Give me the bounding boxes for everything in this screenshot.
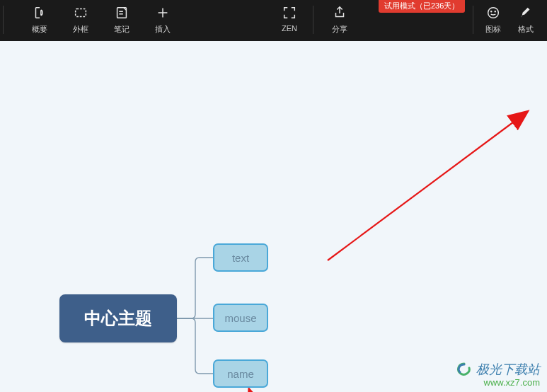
share-button[interactable]: 分享 (316, 4, 363, 35)
subtopic-node[interactable]: mouse (213, 304, 268, 332)
format-button[interactable]: 格式 (510, 4, 541, 35)
watermark: 极光下载站 www.xz7.com (455, 362, 540, 388)
subtopic-node[interactable]: name (213, 359, 268, 388)
svg-point-2 (488, 8, 499, 18)
toolbar-group-mid: ZEN 分享 (269, 4, 363, 35)
license-badge: 试用模式（已236天） (379, 0, 465, 13)
summary-icon (29, 4, 50, 21)
toolbar-divider (473, 6, 473, 34)
notes-icon (111, 4, 132, 21)
fullscreen-icon (279, 4, 300, 21)
insert-button[interactable]: 插入 (142, 4, 183, 35)
watermark-title-row: 极光下载站 (455, 362, 540, 378)
share-label: 分享 (332, 24, 347, 35)
paintbrush-icon (515, 4, 536, 21)
svg-line-5 (328, 112, 527, 260)
format-label: 格式 (518, 24, 534, 35)
icons-label: 图标 (485, 24, 501, 35)
central-topic[interactable]: 中心主题 (59, 294, 177, 342)
svg-point-3 (491, 11, 492, 12)
svg-rect-0 (76, 9, 86, 17)
toolbar-divider (3, 6, 4, 34)
svg-line-6 (249, 389, 258, 392)
share-icon (329, 4, 350, 21)
central-topic-text: 中心主题 (84, 307, 152, 330)
watermark-title: 极光下载站 (476, 363, 540, 377)
zen-label: ZEN (282, 24, 297, 33)
subtopic-node[interactable]: text (213, 243, 268, 272)
watermark-url: www.xz7.com (455, 378, 540, 388)
summary-button[interactable]: 概要 (19, 4, 60, 35)
subtopic-text: text (232, 252, 249, 264)
subtopic-text: name (227, 368, 254, 380)
subtopic-text: mouse (224, 312, 256, 324)
toolbar-group-right: 图标 格式 (470, 4, 541, 35)
boundary-icon (70, 4, 91, 21)
boundary-label: 外框 (73, 24, 88, 35)
zen-button[interactable]: ZEN (269, 4, 310, 35)
icons-button[interactable]: 图标 (476, 4, 510, 35)
notes-button[interactable]: 笔记 (101, 4, 142, 35)
svg-point-4 (495, 11, 495, 12)
mindmap-canvas[interactable]: 中心主题 text mouse name 极光下载站 www.xz7.com (0, 41, 547, 392)
swirl-logo-icon (455, 362, 473, 378)
plus-icon (152, 4, 173, 21)
toolbar-group-left: 概要 外框 笔记 插入 (19, 4, 183, 35)
summary-label: 概要 (32, 24, 47, 35)
boundary-button[interactable]: 外框 (60, 4, 101, 35)
toolbar-divider (313, 6, 313, 34)
insert-label: 插入 (155, 24, 171, 35)
notes-label: 笔记 (114, 24, 129, 35)
smiley-icon (483, 4, 504, 21)
toolbar: 概要 外框 笔记 插入 ZEN (0, 0, 547, 41)
